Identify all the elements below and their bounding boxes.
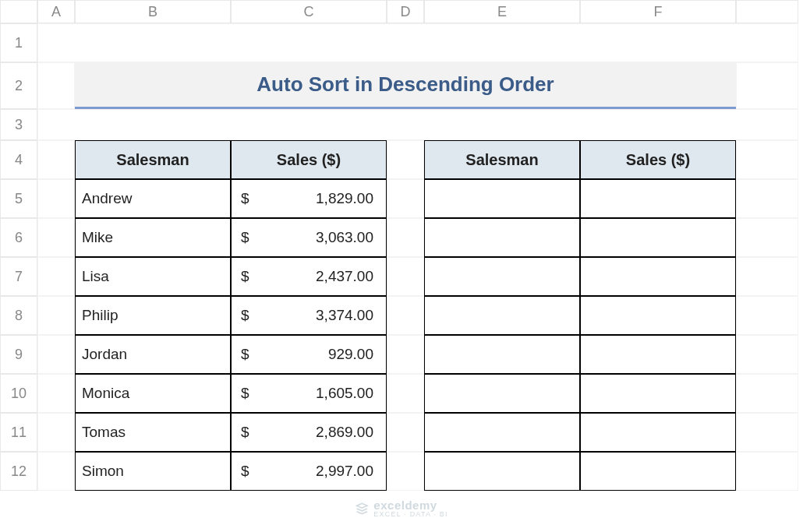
col-header-B[interactable]: B — [75, 0, 231, 23]
table2-name-3[interactable] — [424, 296, 580, 335]
cell[interactable] — [37, 413, 75, 452]
cell[interactable] — [387, 452, 424, 491]
amount: 2,437.00 — [316, 268, 380, 285]
cell[interactable] — [37, 452, 75, 491]
cell[interactable] — [37, 218, 75, 257]
row-header-3[interactable]: 3 — [0, 109, 37, 140]
currency-symbol: $ — [238, 190, 249, 207]
cell[interactable] — [736, 257, 798, 296]
cell[interactable] — [736, 140, 798, 179]
table2-header-name[interactable]: Salesman — [424, 140, 580, 179]
row-header-12[interactable]: 12 — [0, 452, 37, 491]
row-header-11[interactable]: 11 — [0, 413, 37, 452]
table2-sales-5[interactable] — [580, 374, 736, 413]
table2-sales-4[interactable] — [580, 335, 736, 374]
table2-name-4[interactable] — [424, 335, 580, 374]
table1-sales-0[interactable]: $1,829.00 — [231, 179, 387, 218]
cell[interactable] — [37, 179, 75, 218]
table1-sales-4[interactable]: $929.00 — [231, 335, 387, 374]
currency-symbol: $ — [238, 268, 249, 285]
table2-name-0[interactable] — [424, 179, 580, 218]
row-header-9[interactable]: 9 — [0, 335, 37, 374]
table1-name-7[interactable]: Simon — [75, 452, 231, 491]
cell[interactable] — [387, 413, 424, 452]
table2-sales-1[interactable] — [580, 218, 736, 257]
cell[interactable] — [387, 374, 424, 413]
cell[interactable] — [736, 452, 798, 491]
cell[interactable] — [37, 109, 798, 140]
table1-sales-3[interactable]: $3,374.00 — [231, 296, 387, 335]
table2-name-7[interactable] — [424, 452, 580, 491]
cell[interactable] — [387, 140, 424, 179]
row-header-8[interactable]: 8 — [0, 296, 37, 335]
row-header-2[interactable]: 2 — [0, 62, 37, 109]
table1-header-name[interactable]: Salesman — [75, 140, 231, 179]
cell[interactable] — [736, 62, 798, 109]
page-title: Auto Sort in Descending Order — [75, 62, 736, 109]
cell[interactable] — [736, 179, 798, 218]
amount: 929.00 — [328, 346, 380, 363]
col-header-A[interactable]: A — [37, 0, 75, 23]
spreadsheet-grid: A B C D E F 1 2 Auto Sort in Descending … — [0, 0, 803, 491]
amount: 3,063.00 — [316, 229, 380, 246]
row-header-4[interactable]: 4 — [0, 140, 37, 179]
col-header-D[interactable]: D — [387, 0, 424, 23]
table1-sales-1[interactable]: $3,063.00 — [231, 218, 387, 257]
row-header-6[interactable]: 6 — [0, 218, 37, 257]
currency-symbol: $ — [238, 346, 249, 363]
cell[interactable] — [387, 296, 424, 335]
table1-name-3[interactable]: Philip — [75, 296, 231, 335]
cell[interactable] — [736, 335, 798, 374]
cell[interactable] — [37, 23, 798, 62]
cell[interactable] — [37, 335, 75, 374]
row-header-5[interactable]: 5 — [0, 179, 37, 218]
cell[interactable] — [736, 413, 798, 452]
cell[interactable] — [736, 218, 798, 257]
table1-sales-2[interactable]: $2,437.00 — [231, 257, 387, 296]
col-header-E[interactable]: E — [424, 0, 580, 23]
cell[interactable] — [37, 296, 75, 335]
amount: 3,374.00 — [316, 307, 380, 324]
table2-sales-0[interactable] — [580, 179, 736, 218]
table1-sales-5[interactable]: $1,605.00 — [231, 374, 387, 413]
table2-name-5[interactable] — [424, 374, 580, 413]
cell[interactable] — [37, 140, 75, 179]
col-header-C[interactable]: C — [231, 0, 387, 23]
table1-name-2[interactable]: Lisa — [75, 257, 231, 296]
table2-name-1[interactable] — [424, 218, 580, 257]
col-header-F[interactable]: F — [580, 0, 736, 23]
cell[interactable] — [387, 335, 424, 374]
cell[interactable] — [736, 374, 798, 413]
table1-name-5[interactable]: Monica — [75, 374, 231, 413]
table1-name-6[interactable]: Tomas — [75, 413, 231, 452]
table2-sales-7[interactable] — [580, 452, 736, 491]
col-header-blank[interactable] — [736, 0, 798, 23]
select-all-corner[interactable] — [0, 0, 37, 23]
table1-sales-7[interactable]: $2,997.00 — [231, 452, 387, 491]
table2-sales-2[interactable] — [580, 257, 736, 296]
table1-header-sales[interactable]: Sales ($) — [231, 140, 387, 179]
row-header-7[interactable]: 7 — [0, 257, 37, 296]
table2-sales-6[interactable] — [580, 413, 736, 452]
cell[interactable] — [387, 179, 424, 218]
table1-name-4[interactable]: Jordan — [75, 335, 231, 374]
cell[interactable] — [736, 296, 798, 335]
table2-sales-3[interactable] — [580, 296, 736, 335]
row-header-1[interactable]: 1 — [0, 23, 37, 62]
row-header-10[interactable]: 10 — [0, 374, 37, 413]
watermark-tag: EXCEL · DATA · BI — [373, 510, 447, 518]
table2-name-6[interactable] — [424, 413, 580, 452]
cell[interactable] — [37, 374, 75, 413]
cell[interactable] — [37, 62, 75, 109]
table2-name-2[interactable] — [424, 257, 580, 296]
currency-symbol: $ — [238, 229, 249, 246]
table1-name-1[interactable]: Mike — [75, 218, 231, 257]
amount: 2,997.00 — [316, 463, 380, 480]
currency-symbol: $ — [238, 424, 249, 441]
table1-name-0[interactable]: Andrew — [75, 179, 231, 218]
table1-sales-6[interactable]: $2,869.00 — [231, 413, 387, 452]
cell[interactable] — [387, 218, 424, 257]
table2-header-sales[interactable]: Sales ($) — [580, 140, 736, 179]
cell[interactable] — [387, 257, 424, 296]
cell[interactable] — [37, 257, 75, 296]
